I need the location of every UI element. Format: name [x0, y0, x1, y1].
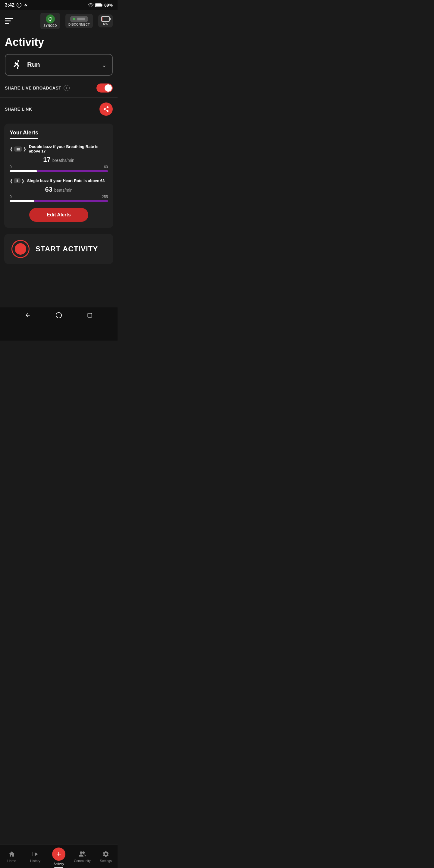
- share-live-broadcast-row: SHARE LIVE BROADCAST i: [0, 79, 118, 98]
- activity-selector[interactable]: Run ⌄: [5, 54, 113, 76]
- disconnect-button[interactable]: DISCONNECT: [65, 14, 93, 28]
- edit-alerts-button[interactable]: Edit Alerts: [29, 208, 88, 222]
- device-pill: [70, 16, 88, 22]
- nav-label-community: Community: [74, 859, 91, 863]
- synced-button[interactable]: SYNCED: [40, 13, 60, 29]
- alerts-card: Your Alerts ❰ ▮▮ ❱ Double buzz if your B…: [4, 124, 113, 228]
- chevron-down-icon: ⌄: [101, 61, 107, 68]
- disconnect-label: DISCONNECT: [68, 23, 90, 26]
- community-icon: [79, 850, 86, 858]
- share-link-button[interactable]: [99, 102, 113, 116]
- nav-item-activity[interactable]: + Activity: [47, 844, 70, 868]
- device-dot: [73, 18, 75, 20]
- svg-rect-5: [101, 4, 102, 6]
- breathing-rate-unit: breaths/min: [53, 158, 74, 163]
- svg-rect-7: [77, 18, 85, 20]
- breathing-slider-white-fill: [10, 170, 37, 172]
- svg-point-8: [18, 60, 19, 62]
- nav-item-settings[interactable]: Settings: [94, 844, 118, 868]
- svg-point-10: [82, 851, 85, 854]
- single-buzz-icon: ❰ ▮ ❱: [10, 178, 25, 183]
- svg-rect-12: [88, 313, 92, 317]
- activity-add-icon: +: [52, 847, 65, 861]
- bottom-nav: Home History + Activity Community Settin…: [0, 844, 118, 868]
- top-bar: SYNCED DISCONNECT 6%: [0, 10, 118, 32]
- android-home-button[interactable]: [55, 311, 63, 319]
- heartrate-value: 63: [45, 186, 52, 193]
- status-bar: 3:42 P 89%: [0, 0, 118, 10]
- hamburger-menu[interactable]: [5, 18, 13, 24]
- page-content: Activity Run ⌄ SHARE LIVE BROADCAST i SH…: [0, 32, 118, 307]
- share-live-broadcast-toggle[interactable]: [96, 84, 113, 93]
- svg-rect-4: [96, 4, 101, 7]
- double-buzz-icon: ❰ ▮▮ ❱: [10, 147, 27, 152]
- patreon-icon: P: [16, 2, 22, 8]
- heartrate-min: 0: [10, 195, 12, 199]
- heartrate-unit: beats/min: [54, 188, 73, 193]
- alerts-title: Your Alerts: [10, 130, 38, 139]
- svg-point-9: [80, 851, 82, 854]
- start-activity-label: START ACTIVITY: [36, 245, 98, 253]
- share-icon: [103, 106, 110, 113]
- breathing-slider[interactable]: [10, 170, 108, 172]
- breathing-alert-desc: Double buzz if your Breathing Rate is ab…: [29, 144, 108, 153]
- breathing-min: 0: [10, 165, 12, 169]
- battery-status-icon: [95, 3, 102, 7]
- nav-label-history: History: [30, 859, 40, 863]
- home-icon: [8, 850, 16, 858]
- heartrate-alert-desc: Single buzz if your Heart Rate is above …: [27, 179, 104, 183]
- nav-label-activity: Activity: [54, 862, 64, 866]
- device-shape-icon: [77, 17, 85, 21]
- android-back-button[interactable]: [24, 311, 32, 319]
- top-actions: SYNCED DISCONNECT 6%: [40, 13, 113, 29]
- svg-point-2: [90, 7, 91, 7]
- app-icon: [24, 3, 28, 7]
- breathing-slider-purple-fill: [37, 170, 108, 172]
- device-battery-icon: [101, 16, 110, 22]
- heartrate-slider-purple-fill: [34, 200, 108, 202]
- nav-label-home: Home: [7, 859, 16, 863]
- page-title-section: Activity: [0, 32, 118, 51]
- share-live-broadcast-label: SHARE LIVE BROADCAST: [5, 86, 61, 90]
- synced-icon: [46, 14, 55, 24]
- nav-label-settings: Settings: [100, 859, 112, 863]
- activity-label: Run: [27, 61, 40, 69]
- nav-item-community[interactable]: Community: [70, 844, 94, 868]
- start-activity-button[interactable]: START ACTIVITY: [4, 234, 113, 264]
- info-icon[interactable]: i: [64, 85, 70, 91]
- svg-point-11: [56, 313, 61, 318]
- android-nav-bar: [0, 307, 118, 341]
- heartrate-max: 255: [102, 195, 108, 199]
- record-icon: [11, 240, 30, 258]
- share-link-row: SHARE LINK: [0, 98, 118, 121]
- breathing-rate-value: 17: [43, 156, 50, 164]
- status-time: 3:42: [5, 2, 14, 8]
- synced-label: SYNCED: [43, 24, 57, 27]
- breathing-max: 60: [104, 165, 108, 169]
- nav-item-home[interactable]: Home: [0, 844, 24, 868]
- alert-item-breathing: ❰ ▮▮ ❱ Double buzz if your Breathing Rat…: [10, 144, 108, 172]
- share-link-label: SHARE LINK: [5, 107, 32, 112]
- nav-item-history[interactable]: History: [24, 844, 47, 868]
- run-icon: [11, 59, 23, 71]
- device-battery-button: 6%: [98, 14, 113, 27]
- settings-icon: [102, 850, 110, 858]
- heartrate-slider-white-fill: [10, 200, 34, 202]
- battery-percentage: 89%: [104, 3, 113, 7]
- svg-text:P: P: [18, 4, 19, 7]
- alert-item-heartrate: ❰ ▮ ❱ Single buzz if your Heart Rate is …: [10, 178, 108, 202]
- wifi-icon: [88, 3, 93, 7]
- battery-pct-label: 6%: [103, 22, 107, 26]
- heartrate-slider[interactable]: [10, 200, 108, 202]
- sync-icon: [48, 16, 53, 22]
- page-title: Activity: [5, 36, 113, 49]
- android-recents-button[interactable]: [86, 311, 94, 319]
- history-icon: [32, 850, 39, 858]
